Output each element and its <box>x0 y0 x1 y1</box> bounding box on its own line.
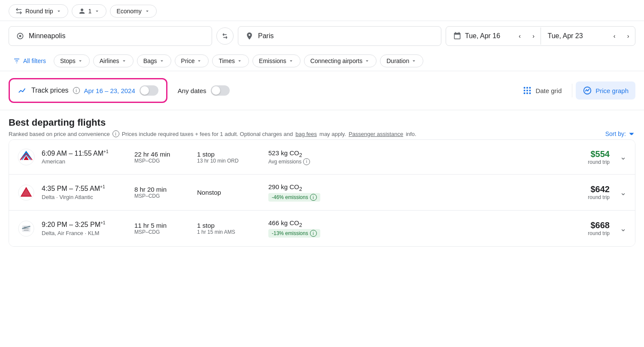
duration-filter[interactable]: Duration <box>380 54 423 67</box>
bags-label: Bags <box>143 57 157 64</box>
flight-route: MSP–CDG <box>134 229 190 235</box>
flight-times: 4:35 PM – 7:55 AM+1 Delta · Virgin Atlan… <box>42 184 128 200</box>
american-airlines-logo <box>18 148 35 166</box>
times-filter[interactable]: Times <box>212 54 249 67</box>
date-section: Tue, Apr 16 ‹ › Tue, Apr 23 ‹ › <box>446 26 635 46</box>
price-graph-button[interactable]: Price graph <box>576 81 635 100</box>
emissions-filter[interactable]: Emissions <box>252 54 301 67</box>
connecting-airports-label: Connecting airports <box>310 57 362 64</box>
delta-airfrance-logo <box>18 220 34 237</box>
flight-price: $554 round trip <box>588 149 610 165</box>
date-grid-icon <box>522 86 532 95</box>
results-section: Best departing flights Ranked based on p… <box>0 110 644 253</box>
flight-price: $668 round trip <box>588 220 610 236</box>
stops-filter[interactable]: Stops <box>54 54 90 67</box>
flight-row[interactable]: 9:20 PM – 3:25 PM+1 Delta, Air France · … <box>9 211 635 246</box>
view-divider <box>572 84 572 97</box>
track-prices-box: Track prices i Apr 16 – 23, 2024 <box>9 78 167 103</box>
expand-button[interactable]: ⌄ <box>620 152 626 162</box>
price-trip: round trip <box>588 159 610 165</box>
swap-icon <box>221 32 229 40</box>
emissions-badge: -13% emissions i <box>268 228 346 238</box>
trip-type-button[interactable]: Round trip <box>9 4 68 18</box>
track-label: Track prices <box>31 87 69 94</box>
svg-rect-13 <box>529 93 531 94</box>
flight-time-range: 9:20 PM – 3:25 PM+1 <box>42 220 128 229</box>
expand-button[interactable]: ⌄ <box>620 224 626 233</box>
any-dates-section: Any dates <box>178 85 230 96</box>
connecting-airports-filter[interactable]: Connecting airports <box>304 54 377 67</box>
price-graph-label: Price graph <box>595 87 629 94</box>
origin-field[interactable]: Minneapolis <box>9 26 212 46</box>
flight-airline: Delta, Air France · KLM <box>42 230 128 236</box>
sort-button[interactable]: Sort by: <box>605 130 635 138</box>
airlines-filter[interactable]: Airlines <box>93 54 134 67</box>
svg-rect-5 <box>524 87 526 89</box>
flight-co2: 466 kg CO2 <box>268 219 346 228</box>
date-grid-button[interactable]: Date grid <box>516 81 568 100</box>
bag-fees-link[interactable]: bag fees <box>295 131 317 137</box>
cabin-label: Economy <box>116 8 141 15</box>
expand-button[interactable]: ⌄ <box>620 188 626 197</box>
emissions-chevron <box>288 58 294 64</box>
svg-rect-7 <box>529 87 531 89</box>
date-from-field[interactable]: Tue, Apr 16 <box>446 27 513 45</box>
airlines-chevron <box>121 58 127 64</box>
subtitle-info-icon[interactable]: i <box>112 130 119 137</box>
flight-duration: 11 hr 5 min MSP–CDG <box>134 222 190 235</box>
round-trip-icon <box>15 7 23 15</box>
times-label: Times <box>219 57 235 64</box>
svg-rect-9 <box>527 90 529 91</box>
track-date-range: Apr 16 – 23, 2024 <box>84 87 135 94</box>
trip-type-chevron <box>56 8 62 14</box>
flight-airline: Delta · Virgin Atlantic <box>42 194 128 200</box>
passengers-label: 1 <box>88 8 92 15</box>
date-to-value: Tue, Apr 23 <box>548 32 583 40</box>
any-dates-toggle[interactable] <box>211 85 230 96</box>
passenger-link[interactable]: Passenger assistance <box>349 131 403 137</box>
date-from-prev[interactable]: ‹ <box>513 29 527 43</box>
bags-filter[interactable]: Bags <box>137 54 171 67</box>
price-val: $642 <box>588 184 610 194</box>
track-prices-toggle[interactable] <box>140 85 158 96</box>
flight-co2: 523 kg CO2 <box>268 149 346 158</box>
flight-row[interactable]: 4:35 PM – 7:55 AM+1 Delta · Virgin Atlan… <box>9 175 635 211</box>
emissions-badge: -46% emissions i <box>268 192 346 202</box>
stops-label: Stops <box>60 57 76 64</box>
date-to-prev[interactable]: ‹ <box>608 29 621 43</box>
all-filters-button[interactable]: All filters <box>9 54 50 67</box>
passengers-button[interactable]: 1 <box>72 4 107 18</box>
cabin-chevron <box>144 8 150 14</box>
track-info-icon[interactable]: i <box>73 87 80 94</box>
flight-times: 6:09 AM – 11:55 AM+1 American <box>42 149 128 165</box>
flight-stops-val: 1 stop <box>197 222 261 229</box>
svg-point-1 <box>19 35 21 37</box>
date-from-next[interactable]: › <box>527 29 541 43</box>
top-bar: Round trip 1 Economy <box>0 0 644 21</box>
price-val: $554 <box>588 149 610 159</box>
price-graph-icon <box>583 86 592 95</box>
duration-label: Duration <box>386 57 409 64</box>
date-to-field[interactable]: Tue, Apr 23 <box>541 27 608 45</box>
cabin-button[interactable]: Economy <box>110 5 156 18</box>
flight-stops-val: Nonstop <box>197 189 261 196</box>
emissions-badge-info[interactable]: i <box>310 230 317 237</box>
emissions-info-icon[interactable]: i <box>303 158 310 165</box>
date-to-next[interactable]: › <box>621 29 635 43</box>
airline-logo <box>18 220 35 237</box>
flight-row[interactable]: 6:09 AM – 11:55 AM+1 American 22 hr 46 m… <box>9 140 635 175</box>
may-apply-text: may apply. <box>319 131 346 137</box>
trip-type-label: Round trip <box>25 8 53 15</box>
svg-rect-10 <box>529 90 531 91</box>
flight-route: MSP–CDG <box>134 193 190 199</box>
destination-field[interactable]: Paris <box>238 26 441 46</box>
calendar-icon <box>453 32 462 40</box>
connecting-chevron <box>364 58 370 64</box>
emissions-badge-info[interactable]: i <box>310 194 317 201</box>
price-trip: round trip <box>588 230 610 236</box>
flight-duration-val: 11 hr 5 min <box>134 222 190 229</box>
price-filter[interactable]: Price <box>175 54 209 67</box>
swap-button[interactable] <box>216 27 234 45</box>
flight-stops: 1 stop 13 hr 10 min ORD <box>197 151 261 164</box>
flight-emissions: 523 kg CO2 Avg emissions i <box>268 149 346 165</box>
